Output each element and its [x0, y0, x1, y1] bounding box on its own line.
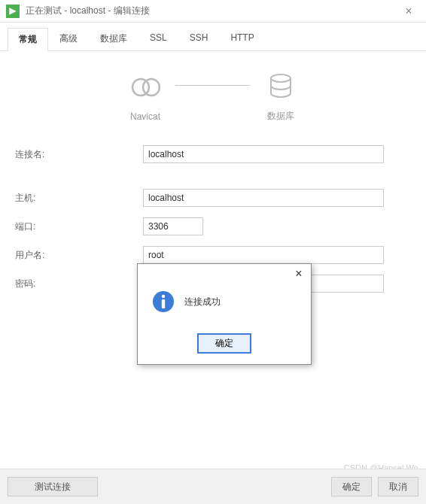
app-icon [6, 5, 20, 18]
window-title: 正在测试 - localhost - 编辑连接 [26, 5, 397, 17]
dialog-message: 连接成功 [184, 296, 221, 308]
port-label: 端口: [15, 220, 143, 233]
test-connection-button[interactable]: 测试连接 [8, 477, 98, 496]
svg-point-2 [271, 74, 291, 82]
database-node: 数据库 [266, 71, 296, 123]
tabs: 常规 高级 数据库 SSL SSH HTTP [0, 23, 426, 51]
svg-point-4 [162, 295, 165, 298]
footer: 测试连接 确定 取消 [0, 469, 426, 504]
conn-name-label: 连接名: [15, 148, 143, 161]
svg-rect-5 [162, 299, 165, 308]
tab-database[interactable]: 数据库 [89, 27, 138, 50]
tab-general[interactable]: 常规 [8, 28, 48, 51]
connection-diagram: Navicat 数据库 [15, 63, 411, 145]
cancel-button[interactable]: 取消 [378, 477, 418, 496]
dialog-ok-button[interactable]: 确定 [197, 333, 251, 354]
port-input[interactable] [143, 217, 203, 235]
tab-advanced[interactable]: 高级 [48, 27, 89, 50]
tab-ssh[interactable]: SSH [178, 27, 220, 50]
success-dialog: × 连接成功 确定 [137, 263, 312, 365]
navicat-node: Navicat [130, 72, 160, 122]
tab-http[interactable]: HTTP [219, 27, 265, 50]
database-label: 数据库 [267, 110, 294, 123]
dialog-close-button[interactable]: × [291, 267, 306, 281]
pass-label: 密码: [15, 278, 143, 290]
svg-point-1 [143, 79, 160, 96]
database-icon [266, 71, 296, 104]
user-label: 用户名: [15, 249, 143, 262]
tab-ssl[interactable]: SSL [138, 27, 178, 50]
close-button[interactable]: × [397, 0, 420, 23]
ok-button[interactable]: 确定 [331, 477, 372, 496]
navicat-label: Navicat [130, 111, 160, 122]
host-input[interactable] [143, 189, 384, 207]
conn-name-input[interactable] [143, 145, 384, 163]
host-label: 主机: [15, 192, 143, 205]
connection-line [175, 85, 251, 86]
user-input[interactable] [143, 246, 384, 264]
navicat-icon [130, 72, 160, 105]
titlebar: 正在测试 - localhost - 编辑连接 × [0, 0, 426, 23]
info-icon [151, 290, 175, 314]
